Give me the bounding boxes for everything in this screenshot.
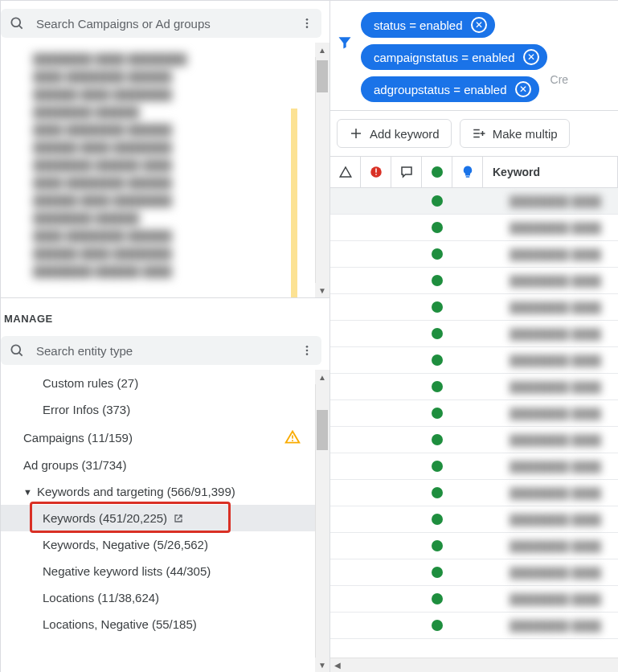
svg-rect-15 [473, 133, 480, 134]
status-cell [422, 188, 452, 214]
table-row[interactable]: ████████ ████ [330, 215, 618, 241]
create-filter-hint[interactable]: Cre [550, 73, 569, 86]
table-row[interactable]: ████████ ████ [330, 294, 618, 321]
scroll-up-icon[interactable]: ▲ [315, 370, 329, 384]
table-row[interactable]: ████████ ████ [330, 559, 618, 586]
add-keyword-button[interactable]: Add keyword [337, 119, 452, 148]
scrollbar-thumb[interactable] [317, 60, 328, 92]
entity-item[interactable]: Ad groups (31/734) [1, 452, 329, 478]
keyword-cell[interactable]: ████████ ████ [483, 294, 618, 320]
table-row[interactable]: ████████ ████ [330, 453, 618, 480]
entity-item[interactable]: Campaigns (11/159) [1, 423, 329, 452]
enabled-status-dot-icon [432, 540, 443, 551]
scrollbar-vertical[interactable]: ▲ ▼ [315, 43, 329, 297]
errors-column-header[interactable] [330, 157, 361, 187]
recommendations-column-header[interactable] [452, 157, 483, 187]
entity-item[interactable]: Locations, Negative (55/185) [1, 611, 329, 637]
status-cell [422, 400, 452, 426]
filter-chip[interactable]: campaignstatus = enabled✕ [361, 44, 547, 70]
keyword-cell[interactable]: ████████ ████ [483, 586, 618, 612]
table-row[interactable]: ████████ ████ [330, 268, 618, 294]
table-row[interactable]: ████████ ████ [330, 188, 618, 215]
status-column-header[interactable] [422, 157, 452, 187]
scroll-up-icon[interactable]: ▲ [315, 43, 329, 57]
popout-icon[interactable] [172, 512, 185, 525]
status-cell [361, 613, 391, 638]
alerts-column-header[interactable] [361, 157, 391, 187]
status-cell [391, 453, 422, 479]
more-vert-icon[interactable] [301, 344, 313, 357]
expand-triangle-icon[interactable]: ▼ [23, 487, 32, 497]
keyword-column-header[interactable]: Keyword [483, 157, 618, 187]
keyword-cell[interactable]: ████████ ████ [483, 480, 618, 506]
table-row[interactable]: ████████ ████ [330, 506, 618, 533]
comments-column-header[interactable] [391, 157, 422, 187]
filter-chip[interactable]: adgroupstatus = enabled✕ [361, 76, 539, 102]
toolbar: Add keyword Make multip [330, 111, 618, 156]
keyword-text-blurred: ████████ ████ [510, 434, 601, 446]
filter-icon[interactable] [337, 35, 353, 51]
status-cell [391, 374, 422, 400]
keyword-cell[interactable]: ████████ ████ [483, 321, 618, 346]
keyword-text-blurred: ████████ ████ [510, 222, 601, 234]
scroll-down-icon[interactable]: ▼ [315, 283, 329, 297]
campaign-tree-area: ████████ ████ ████████ ████ ████████ ███… [1, 43, 329, 298]
keyword-cell[interactable]: ████████ ████ [483, 613, 618, 638]
table-row[interactable]: ████████ ████ [330, 400, 618, 427]
entity-item[interactable]: Keywords, Negative (5/26,562) [1, 531, 329, 558]
keyword-cell[interactable]: ████████ ████ [483, 374, 618, 400]
scroll-left-icon[interactable]: ◀ [330, 658, 345, 673]
chip-remove-icon[interactable]: ✕ [523, 49, 539, 65]
table-row[interactable]: ████████ ████ [330, 241, 618, 268]
table-row[interactable]: ████████ ████ [330, 480, 618, 506]
filter-chip[interactable]: status = enabled✕ [361, 12, 495, 38]
search-entity-input[interactable] [35, 343, 294, 359]
search-entity-bar[interactable] [1, 336, 321, 365]
scrollbar-horizontal[interactable]: ◀ [330, 658, 618, 672]
filter-chip-label: campaignstatus = enabled [374, 51, 515, 64]
keyword-cell[interactable]: ████████ ████ [483, 400, 618, 426]
keyword-cell[interactable]: ████████ ████ [483, 215, 618, 240]
entity-item[interactable]: Error Infos (373) [1, 396, 329, 423]
status-cell [391, 613, 422, 638]
status-cell [452, 586, 483, 612]
table-row[interactable]: ████████ ████ [330, 427, 618, 453]
entity-item[interactable]: Negative keyword lists (44/305) [1, 558, 329, 584]
keyword-cell[interactable]: ████████ ████ [483, 533, 618, 559]
keyword-cell[interactable]: ████████ ████ [483, 453, 618, 479]
chip-remove-icon[interactable]: ✕ [515, 81, 531, 97]
lightbulb-icon [460, 165, 475, 179]
keyword-cell[interactable]: ████████ ████ [483, 241, 618, 267]
multi-edit-icon [472, 126, 486, 141]
keyword-cell[interactable]: ████████ ████ [483, 347, 618, 373]
entity-item[interactable]: Keywords (451/20,225) [1, 505, 329, 531]
keyword-cell[interactable]: ████████ ████ [483, 188, 618, 214]
keyword-cell[interactable]: ████████ ████ [483, 427, 618, 453]
keyword-cell[interactable]: ████████ ████ [483, 506, 618, 532]
table-row[interactable]: ████████ ████ [330, 321, 618, 347]
svg-rect-16 [473, 137, 480, 138]
search-campaigns-bar[interactable] [1, 9, 321, 38]
status-cell [361, 453, 391, 479]
scroll-down-icon[interactable]: ▼ [315, 658, 329, 672]
chip-remove-icon[interactable]: ✕ [471, 17, 487, 33]
entity-item-label: Locations (11/38,624) [43, 591, 159, 604]
table-row[interactable]: ████████ ████ [330, 374, 618, 400]
scrollbar-thumb[interactable] [317, 410, 328, 450]
scrollbar-vertical[interactable]: ▲ ▼ [315, 370, 329, 672]
svg-rect-20 [375, 169, 377, 173]
make-multiple-changes-button[interactable]: Make multip [460, 119, 570, 148]
keyword-cell[interactable]: ████████ ████ [483, 559, 618, 585]
table-row[interactable]: ████████ ████ [330, 533, 618, 559]
table-row[interactable]: ████████ ████ [330, 613, 618, 639]
keyword-cell[interactable]: ████████ ████ [483, 268, 618, 293]
table-row[interactable]: ████████ ████ [330, 586, 618, 613]
entity-item[interactable]: Custom rules (27) [1, 370, 329, 396]
status-cell [422, 559, 452, 585]
status-cell [361, 188, 391, 214]
more-vert-icon[interactable] [301, 17, 313, 30]
search-campaigns-input[interactable] [35, 16, 294, 31]
entity-item[interactable]: ▼Keywords and targeting (566/91,399) [1, 478, 329, 505]
table-row[interactable]: ████████ ████ [330, 347, 618, 374]
entity-item[interactable]: Locations (11/38,624) [1, 584, 329, 611]
